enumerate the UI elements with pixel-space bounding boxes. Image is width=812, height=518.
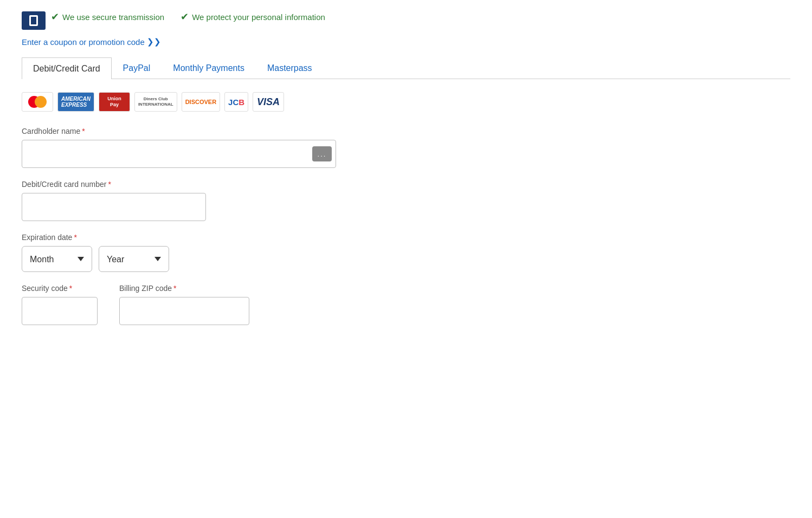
secure-transmission-text: We use secure transmission bbox=[62, 12, 164, 22]
payment-tabs: Debit/Credit Card PayPal Monthly Payment… bbox=[22, 57, 790, 79]
security-code-label: Security code* bbox=[22, 284, 98, 293]
cardholder-input-wrapper: ... bbox=[22, 140, 336, 168]
zip-code-label: Billing ZIP code* bbox=[119, 284, 249, 293]
month-select[interactable]: Month 01020304 05060708 09101112 bbox=[22, 246, 92, 272]
tab-debit-credit[interactable]: Debit/Credit Card bbox=[22, 57, 112, 79]
zip-code-input[interactable] bbox=[119, 297, 249, 325]
diners-logo: Diners ClubINTERNATIONAL bbox=[134, 92, 177, 112]
check-icon-1: ✔ bbox=[51, 11, 59, 23]
secure-transmission-badge: ✔ We use secure transmission bbox=[51, 11, 164, 23]
security-badges: ✔ We use secure transmission ✔ We protec… bbox=[51, 11, 325, 23]
card-number-label: Debit/Credit card number* bbox=[22, 180, 790, 189]
expiration-label: Expiration date* bbox=[22, 233, 790, 242]
card-number-group: Debit/Credit card number* bbox=[22, 180, 790, 221]
check-icon-2: ✔ bbox=[181, 11, 189, 23]
zip-code-group: Billing ZIP code* bbox=[119, 284, 249, 325]
security-code-group: Security code* bbox=[22, 284, 98, 325]
year-select[interactable]: Year 2024202520262027 202820292030 bbox=[99, 246, 169, 272]
visa-logo: VISA bbox=[253, 92, 284, 112]
bottom-row: Security code* Billing ZIP code* bbox=[22, 284, 790, 337]
autofill-button[interactable]: ... bbox=[312, 146, 332, 161]
expiry-row: Month 01020304 05060708 09101112 Year 20… bbox=[22, 246, 790, 272]
security-code-input[interactable] bbox=[22, 297, 98, 325]
cardholder-label: Cardholder name* bbox=[22, 127, 790, 135]
chevron-down-icon: ❯❯ bbox=[147, 37, 161, 47]
tab-paypal[interactable]: PayPal bbox=[112, 57, 162, 79]
tab-monthly-payments[interactable]: Monthly Payments bbox=[162, 57, 256, 79]
coupon-link[interactable]: Enter a coupon or promotion code ❯❯ bbox=[22, 37, 161, 47]
lock-logo bbox=[22, 11, 46, 30]
cardholder-input[interactable] bbox=[22, 140, 336, 168]
unionpay-logo: UnionPay bbox=[99, 92, 130, 112]
protect-info-text: We protect your personal information bbox=[192, 12, 325, 22]
cardholder-group: Cardholder name* ... bbox=[22, 127, 790, 168]
amex-logo: AMERICANEXPRESS bbox=[57, 92, 94, 112]
mastercard-logo bbox=[22, 92, 53, 112]
tab-masterpass[interactable]: Masterpass bbox=[256, 57, 324, 79]
card-number-input[interactable] bbox=[22, 193, 206, 221]
protect-info-badge: ✔ We protect your personal information bbox=[181, 11, 325, 23]
expiration-group: Expiration date* Month 01020304 05060708… bbox=[22, 233, 790, 272]
card-logos: AMERICANEXPRESS UnionPay Diners ClubINTE… bbox=[22, 92, 790, 112]
discover-logo: DISCOVER bbox=[182, 92, 220, 112]
jcb-logo: JC B bbox=[224, 92, 248, 112]
